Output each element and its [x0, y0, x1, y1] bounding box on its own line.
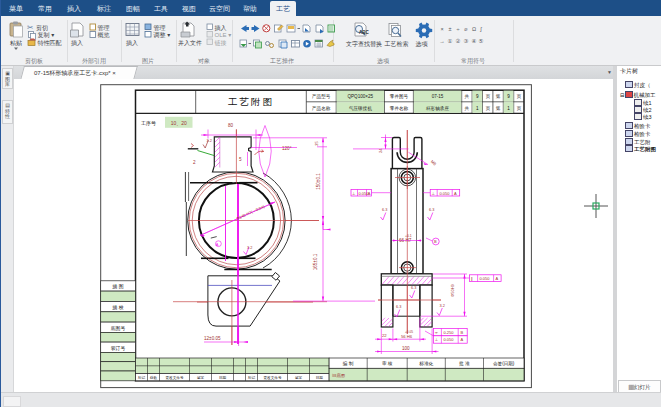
svg-text:B: B: [434, 239, 437, 244]
svg-text:管理: 管理: [98, 24, 110, 32]
svg-text:∥: ∥: [471, 276, 473, 281]
svg-text:日期: 日期: [316, 376, 324, 380]
svg-text:页: 页: [485, 94, 490, 99]
svg-text:⊥: ⊥: [352, 191, 356, 196]
svg-text:并入文件: 并入文件: [178, 39, 202, 46]
svg-text:标记: 标记: [247, 375, 256, 380]
svg-text:⌀: ⌀: [464, 26, 468, 32]
svg-text:B: B: [461, 330, 464, 335]
svg-text:07-15: 07-15: [432, 94, 444, 99]
svg-text:A: A: [368, 191, 371, 196]
svg-text:10、20: 10、20: [171, 120, 187, 126]
svg-text:165±0.1: 165±0.1: [313, 253, 318, 270]
svg-text:特性匹配: 特性匹配: [38, 39, 62, 47]
svg-text:页: 页: [485, 106, 490, 111]
svg-text:装订号: 装订号: [111, 346, 126, 351]
svg-text:Ω: Ω: [472, 26, 476, 32]
svg-text:5: 5: [239, 157, 242, 162]
svg-text:插入: 插入: [215, 25, 227, 32]
svg-text:+0.05: +0.05: [405, 330, 413, 334]
svg-text:Φ50H9: Φ50H9: [450, 283, 455, 297]
svg-text:管理: 管理: [154, 24, 166, 32]
svg-text:3.2: 3.2: [247, 246, 252, 250]
svg-text:6.3: 6.3: [429, 208, 434, 212]
svg-text:120°: 120°: [282, 146, 292, 151]
svg-text:12±0.05: 12±0.05: [204, 336, 221, 341]
svg-text:6.3: 6.3: [411, 286, 416, 290]
svg-text:24: 24: [378, 148, 383, 153]
svg-text:旧底图: 旧底图: [332, 373, 345, 378]
svg-text:56 H6: 56 H6: [401, 334, 413, 339]
svg-text:审 核: 审 核: [382, 361, 393, 366]
svg-text:⊥: ⊥: [435, 337, 439, 342]
svg-text:3.2: 3.2: [207, 139, 212, 143]
svg-text:气压铆接机: 气压铆接机: [349, 105, 372, 111]
svg-text:①: ①: [448, 38, 453, 44]
svg-text:A: A: [454, 191, 457, 196]
svg-text:选项: 选项: [416, 41, 429, 48]
svg-text:链接: 链接: [215, 39, 227, 47]
svg-text:9: 9: [507, 94, 510, 99]
svg-text:文字查找替换: 文字查找替换: [346, 40, 382, 48]
svg-text:第: 第: [496, 94, 501, 99]
svg-text:1: 1: [476, 106, 479, 111]
svg-text:0.050: 0.050: [440, 191, 451, 196]
svg-text:②: ②: [456, 38, 461, 44]
svg-text:插入: 插入: [126, 40, 138, 47]
svg-text:⑤: ⑤: [479, 38, 484, 44]
svg-text:6.3: 6.3: [396, 305, 401, 309]
svg-text:第: 第: [496, 106, 501, 111]
svg-text:页: 页: [517, 94, 522, 99]
svg-text:工艺附图: 工艺附图: [228, 96, 274, 107]
svg-text:0.050: 0.050: [480, 276, 491, 281]
svg-text:工艺检索: 工艺检索: [385, 40, 409, 47]
svg-text:÷: ÷: [456, 26, 459, 32]
svg-text:22: 22: [382, 333, 387, 338]
svg-text:日期: 日期: [219, 376, 227, 380]
svg-text:共: 共: [465, 106, 470, 111]
svg-text:产品型号: 产品型号: [312, 93, 331, 100]
svg-text:±: ±: [448, 26, 451, 32]
svg-text:2: 2: [193, 160, 196, 165]
svg-text:页: 页: [517, 106, 522, 111]
svg-text:③: ③: [464, 38, 469, 44]
svg-text:150±0.1: 150±0.1: [316, 173, 321, 190]
svg-text:签字: 签字: [197, 375, 205, 380]
svg-text:×: ×: [440, 26, 443, 32]
svg-text:产品名称: 产品名称: [312, 106, 331, 111]
svg-text:1: 1: [507, 106, 510, 111]
svg-text:④: ④: [472, 38, 477, 44]
svg-text:∫: ∫: [479, 26, 482, 32]
svg-text:✂: ✂: [27, 23, 33, 32]
svg-text:ABC: ABC: [359, 30, 369, 35]
svg-text:0.250: 0.250: [444, 330, 455, 335]
svg-text:9: 9: [476, 94, 479, 99]
svg-text:更改文件号: 更改文件号: [166, 375, 184, 380]
svg-text:粘贴: 粘贴: [10, 40, 22, 47]
svg-text:6.3: 6.3: [382, 208, 387, 212]
svg-text:⊥: ⊥: [432, 191, 436, 196]
svg-text:3.2: 3.2: [440, 304, 445, 308]
svg-text:复制 ▾: 复制 ▾: [38, 32, 55, 39]
svg-text:80: 80: [228, 123, 234, 128]
svg-text:共: 共: [465, 94, 470, 99]
svg-text:更改文件号: 更改文件号: [264, 375, 282, 380]
svg-text:66 H7: 66 H7: [399, 238, 412, 243]
svg-text:插入: 插入: [71, 40, 83, 47]
svg-text:调整 ▾: 调整 ▾: [153, 31, 171, 39]
svg-text:零件名称: 零件名称: [390, 106, 409, 111]
svg-text:+0.1: +0.1: [405, 234, 412, 238]
svg-text:OLE ▾: OLE ▾: [215, 32, 232, 38]
svg-text:处数: 处数: [150, 375, 158, 380]
svg-text:底图号: 底图号: [111, 325, 126, 331]
svg-text:概览: 概览: [98, 32, 110, 39]
svg-text:工序号: 工序号: [141, 120, 156, 127]
svg-text:标记: 标记: [137, 375, 146, 380]
svg-text:25: 25: [314, 141, 319, 146]
svg-text:A: A: [461, 337, 464, 342]
svg-text:剪切: 剪切: [36, 24, 48, 32]
svg-text:100: 100: [402, 346, 410, 351]
svg-text:签字: 签字: [295, 375, 303, 380]
svg-text:A: A: [216, 242, 219, 247]
svg-text:0.050: 0.050: [444, 337, 455, 342]
